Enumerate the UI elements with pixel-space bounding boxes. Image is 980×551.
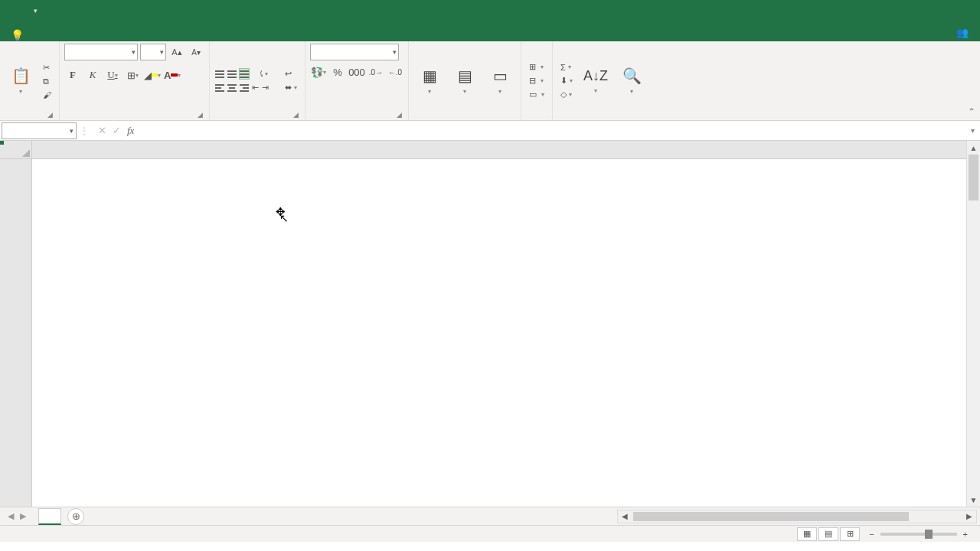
sheet-nav-next-icon[interactable]: ▶ xyxy=(20,511,26,521)
align-center-button[interactable] xyxy=(227,82,237,93)
zoom-out-button[interactable]: − xyxy=(869,530,874,539)
fx-icon[interactable]: fx xyxy=(127,125,139,137)
scroll-left-icon[interactable]: ◀ xyxy=(618,512,632,520)
decrease-indent-button[interactable]: ⇤ xyxy=(251,82,260,93)
format-cells-icon: ▭ xyxy=(529,90,537,99)
scroll-up-icon[interactable]: ▲ xyxy=(967,141,980,155)
eraser-icon: ◇ xyxy=(560,90,567,99)
sign-in-button[interactable] xyxy=(933,30,949,36)
dialog-launcher-icon[interactable]: ◢ xyxy=(293,111,299,119)
group-clipboard: 📋 ▾ ✂ ⧉ 🖌 ◢ xyxy=(0,41,60,120)
sheet-tab-active[interactable] xyxy=(38,508,61,525)
paste-button[interactable]: 📋 ▾ xyxy=(5,65,37,96)
share-icon: 👥 xyxy=(956,27,969,38)
table-icon: ▤ xyxy=(458,67,472,85)
add-sheet-button[interactable]: ⊕ xyxy=(67,508,84,525)
align-top-button[interactable] xyxy=(214,68,225,80)
fill-button[interactable]: ⬇▾ xyxy=(557,75,576,86)
sort-icon: A↓Z xyxy=(583,68,608,84)
delete-cells-icon: ⊟ xyxy=(529,76,536,86)
insert-cells-icon: ⊞ xyxy=(529,62,536,72)
italic-button[interactable]: K xyxy=(84,67,101,83)
select-all-corner[interactable] xyxy=(0,141,32,159)
maximize-icon[interactable] xyxy=(931,0,956,21)
align-bottom-button[interactable] xyxy=(239,68,250,80)
view-normal-button[interactable]: ▦ xyxy=(797,527,817,541)
view-page-layout-button[interactable]: ▤ xyxy=(818,527,838,541)
qat-dropdown-icon[interactable]: ▾ xyxy=(34,7,38,15)
fill-down-icon: ⬇ xyxy=(560,76,567,86)
sort-filter-button[interactable]: A↓Z▾ xyxy=(579,67,612,96)
chevron-down-icon: ▾ xyxy=(393,48,397,56)
increase-font-button[interactable]: A▴ xyxy=(168,44,185,60)
decrease-font-button[interactable]: A▾ xyxy=(188,44,204,60)
group-alignment: ⤹▾ ⇤ ⇥ ↩ ⬌▾ ◢ xyxy=(210,41,305,120)
clipboard-icon: 📋 xyxy=(11,67,31,85)
zoom-in-button[interactable]: + xyxy=(963,530,968,539)
scroll-right-icon[interactable]: ▶ xyxy=(962,512,976,520)
accounting-format-button[interactable]: 💱▾ xyxy=(310,64,327,80)
decrease-decimal-button[interactable]: ←.0 xyxy=(387,64,403,80)
formula-input[interactable] xyxy=(139,122,965,139)
minimize-icon[interactable] xyxy=(906,0,931,21)
wrap-text-button[interactable]: ↩ xyxy=(282,68,300,80)
dialog-launcher-icon[interactable]: ◢ xyxy=(198,111,203,119)
copy-button[interactable]: ⧉ xyxy=(40,76,54,87)
scrollbar-thumb[interactable] xyxy=(969,155,978,201)
format-as-table-button[interactable]: ▤▾ xyxy=(449,65,481,96)
autosum-button[interactable]: Σ▾ xyxy=(557,62,576,73)
copy-icon: ⧉ xyxy=(43,77,49,86)
dialog-launcher-icon[interactable]: ◢ xyxy=(397,111,402,119)
worksheet-grid[interactable]: ▲ ▼ ✥↖ xyxy=(0,141,980,507)
ribbon-display-options-icon[interactable] xyxy=(882,0,906,21)
horizontal-scrollbar[interactable]: ◀ ▶ xyxy=(617,510,977,523)
zoom-slider[interactable] xyxy=(880,533,957,536)
font-size-combo[interactable]: ▾ xyxy=(140,44,166,60)
merge-center-button[interactable]: ⬌▾ xyxy=(282,82,300,93)
borders-button[interactable]: ⊞▾ xyxy=(124,67,141,83)
dialog-launcher-icon[interactable]: ◢ xyxy=(47,111,53,119)
bucket-icon: ◢ xyxy=(144,70,152,81)
tell-me-search[interactable]: 💡 xyxy=(3,29,36,41)
font-color-button[interactable]: A▾ xyxy=(164,67,181,83)
align-middle-button[interactable] xyxy=(227,68,237,80)
cancel-formula-icon[interactable]: ✕ xyxy=(98,125,106,136)
find-select-button[interactable]: 🔍▾ xyxy=(616,65,648,96)
group-number: ▾ 💱▾ % 000 .0→ ←.0 ◢ xyxy=(305,41,409,120)
cut-button[interactable]: ✂ xyxy=(40,62,54,73)
comma-style-button[interactable]: 000 xyxy=(348,64,365,80)
insert-cells-button[interactable]: ⊞▾ xyxy=(526,61,547,73)
increase-indent-button[interactable]: ⇥ xyxy=(261,82,270,93)
close-icon[interactable] xyxy=(956,0,980,21)
collapse-ribbon-icon[interactable]: ⌃ xyxy=(968,106,975,117)
scrollbar-thumb[interactable] xyxy=(633,512,909,521)
enter-formula-icon[interactable]: ✓ xyxy=(113,125,121,136)
sheet-nav-prev-icon[interactable]: ◀ xyxy=(8,511,14,521)
ribbon-tabs: 💡 👥 xyxy=(0,21,980,41)
name-box[interactable]: ▾ xyxy=(2,122,77,139)
cell-styles-button[interactable]: ▭▾ xyxy=(484,65,516,96)
conditional-formatting-button[interactable]: ▦▾ xyxy=(413,65,446,96)
scroll-down-icon[interactable]: ▼ xyxy=(967,493,980,507)
increase-decimal-button[interactable]: .0→ xyxy=(368,64,384,80)
format-cells-button[interactable]: ▭▾ xyxy=(526,89,547,100)
percent-button[interactable]: % xyxy=(329,64,346,80)
bold-button[interactable]: F xyxy=(64,67,81,83)
view-page-break-button[interactable]: ⊞ xyxy=(840,527,860,541)
number-format-combo[interactable]: ▾ xyxy=(310,44,399,60)
underline-button[interactable]: U▾ xyxy=(104,67,121,83)
group-font: ▾ ▾ A▴ A▾ F K U▾ ⊞▾ ◢▾ A▾ ◢ xyxy=(60,41,210,120)
expand-formula-bar-icon[interactable]: ▾ xyxy=(965,126,980,135)
share-button[interactable]: 👥 xyxy=(949,24,980,41)
align-left-button[interactable] xyxy=(214,82,225,93)
format-painter-button[interactable]: 🖌 xyxy=(40,90,54,100)
align-right-button[interactable] xyxy=(239,82,250,93)
status-bar: ▦ ▤ ⊞ − + xyxy=(0,525,980,542)
delete-cells-button[interactable]: ⊟▾ xyxy=(526,75,547,86)
fill-color-button[interactable]: ◢▾ xyxy=(144,67,161,83)
orientation-button[interactable]: ⤹▾ xyxy=(251,68,274,80)
vertical-scrollbar[interactable]: ▲ ▼ xyxy=(966,141,980,507)
clear-button[interactable]: ◇▾ xyxy=(557,89,576,100)
group-cells: ⊞▾ ⊟▾ ▭▾ xyxy=(521,41,553,120)
font-name-combo[interactable]: ▾ xyxy=(64,44,138,60)
